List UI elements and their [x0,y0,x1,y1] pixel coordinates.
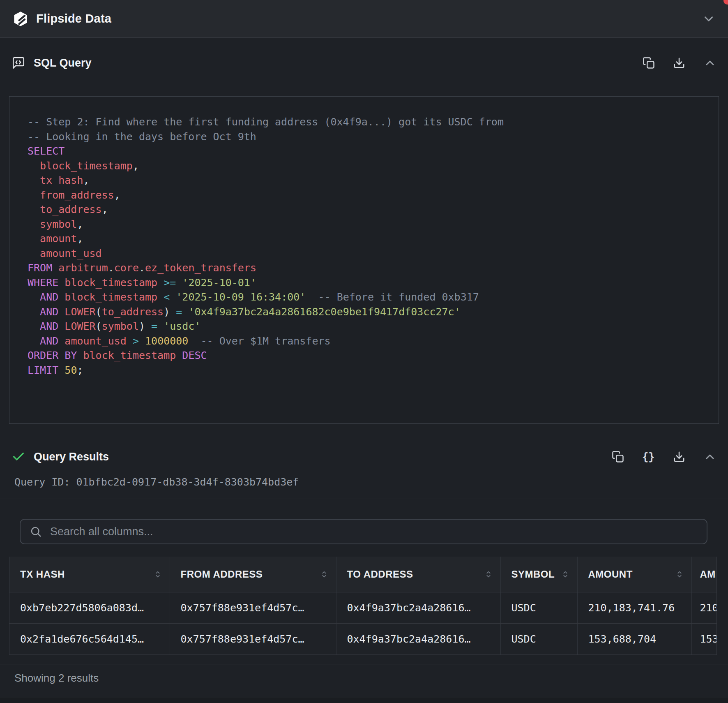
code-line: symbol, [28,217,702,232]
notification-dot [723,0,728,5]
table-cell: 153 [691,623,716,654]
code-line: AND block_timestamp < '2025-10-09 16:34:… [28,290,702,305]
footer-divider [0,664,728,664]
collapse-sql-button[interactable] [703,56,716,69]
table-cell: 210,183,741.76 [577,592,691,623]
copy-sql-button[interactable] [643,57,655,69]
message-square-code-icon [12,56,25,70]
search-icon [30,525,42,538]
table-cell: USDC [500,592,577,623]
code-line: -- Step 2: Find where the first funding … [28,115,702,130]
copy-icon [643,57,655,69]
topbar-collapse-button[interactable] [702,12,716,26]
sort-icon[interactable] [153,570,162,579]
code-line: to_address, [28,202,702,217]
column-header-to-address[interactable]: TO ADDRESS [336,557,500,592]
column-label: TX HASH [20,569,65,580]
code-line: tx_hash, [28,173,702,188]
chevron-up-icon [703,450,716,463]
check-icon [12,450,25,464]
sql-section: SQL Query -- Step 2: Find where the firs… [0,49,728,424]
search-input[interactable] [50,525,698,538]
table-row[interactable]: 0xb7eb227d5806a083d…0x757f88e931ef4d57c…… [9,592,716,623]
sort-icon[interactable] [484,570,493,579]
table-cell: 0x2fa1de676c564d145… [9,623,170,654]
column-header-amount[interactable]: AMOUNT [577,557,691,592]
column-label: AMOUNT [588,569,633,580]
column-header-tx-hash[interactable]: TX HASH [9,557,170,592]
copy-icon [612,451,624,463]
code-line: AND LOWER(symbol) = 'usdc' [28,319,702,334]
topbar: Flipside Data [0,0,728,38]
search-bar [20,519,707,544]
code-line: amount, [28,231,702,246]
column-label: FROM ADDRESS [181,569,263,580]
sort-icon[interactable] [320,570,329,579]
table-cell: 0x757f88e931ef4d57c… [170,592,336,623]
table-cell: 0xb7eb227d5806a083d… [9,592,170,623]
download-icon [673,451,685,463]
query-id: Query ID: 01bfbc2d-0917-db38-3d4f-8303b7… [0,476,728,499]
column-header-symbol[interactable]: SYMBOL [500,557,577,592]
code-line: AND LOWER(to_address) = '0x4f9a37bc2a4a2… [28,305,702,319]
download-sql-button[interactable] [673,57,685,69]
collapse-results-button[interactable] [703,450,716,463]
column-header-from-address[interactable]: FROM ADDRESS [170,557,336,592]
column-header-am[interactable]: AM [691,557,716,592]
view-json-button[interactable]: {} [642,451,655,463]
table-header-row: TX HASHFROM ADDRESSTO ADDRESSSYMBOLAMOUN… [9,557,716,592]
table-cell: 0x4f9a37bc2a4a28616… [336,623,500,654]
code-line: -- Looking in the days before Oct 9th [28,130,702,144]
column-label: AM [700,569,716,580]
sort-icon[interactable] [675,570,684,579]
table-cell: 0x757f88e931ef4d57c… [170,623,336,654]
results-count: Showing 2 results [14,672,728,684]
results-table: TX HASHFROM ADDRESSTO ADDRESSSYMBOLAMOUN… [9,557,716,655]
table-row[interactable]: 0x2fa1de676c564d145…0x757f88e931ef4d57c…… [9,623,716,654]
code-line: LIMIT 50; [28,363,702,378]
code-line: amount_usd [28,246,702,261]
table-cell: USDC [500,623,577,654]
download-results-button[interactable] [673,451,685,463]
sql-header: SQL Query [0,49,728,76]
chevron-up-icon [703,56,716,69]
braces-icon: {} [642,451,655,463]
sql-panel-title: SQL Query [34,57,92,69]
results-table-wrap: TX HASHFROM ADDRESSTO ADDRESSSYMBOLAMOUN… [9,557,717,655]
sort-icon[interactable] [561,570,570,579]
brand: Flipside Data [12,11,111,27]
column-label: SYMBOL [511,569,555,580]
results-panel-title: Query Results [34,451,109,463]
column-label: TO ADDRESS [347,569,413,580]
code-line: FROM arbitrum.core.ez_token_transfers [28,261,702,275]
chevron-down-icon [702,12,716,26]
code-line: block_timestamp, [28,159,702,173]
bottom-panel-edge [0,698,728,703]
table-cell: 210 [691,592,716,623]
table-cell: 0x4f9a37bc2a4a28616… [336,592,500,623]
app-title: Flipside Data [36,12,111,25]
code-line: AND amount_usd > 1000000 -- Over $1M tra… [28,334,702,349]
results-header: Query Results {} [0,434,728,470]
code-line: ORDER BY block_timestamp DESC [28,348,702,363]
copy-results-button[interactable] [612,451,624,463]
table-cell: 153,688,704 [577,623,691,654]
flipside-logo-icon [12,11,29,27]
code-line: WHERE block_timestamp >= '2025-10-01' [28,275,702,290]
results-section: Query Results {} Query ID: 01bfbc [0,434,728,684]
code-line: from_address, [28,188,702,203]
sql-code: -- Step 2: Find where the first funding … [9,96,719,424]
download-icon [673,57,685,69]
code-line: SELECT [28,144,702,159]
